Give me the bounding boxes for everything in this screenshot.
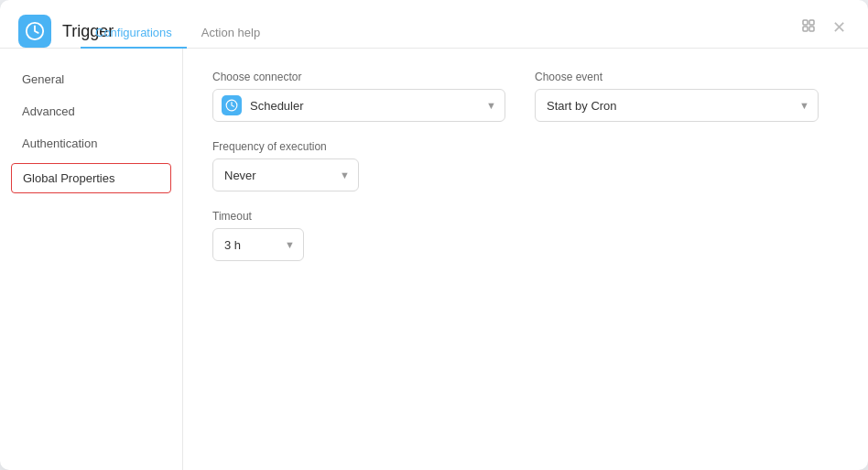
content-area: Choose connector Scheduler ▼: [183, 49, 868, 470]
form-group-event: Choose event Start by Cron ▼: [535, 71, 819, 122]
timeout-select-wrapper: 1 h 2 h 3 h 6 h 12 h ▼: [212, 228, 304, 261]
close-button[interactable]: ✕: [829, 16, 850, 38]
sidebar: General Advanced Authentication Global P…: [0, 49, 183, 470]
connector-select-wrapper: Scheduler ▼: [212, 89, 505, 122]
form-group-timeout: Timeout 1 h 2 h 3 h 6 h 12 h ▼: [212, 210, 304, 261]
tab-configurations[interactable]: Configurations: [81, 18, 187, 49]
timeout-select[interactable]: 1 h 2 h 3 h 6 h 12 h: [212, 228, 304, 261]
expand-button[interactable]: [797, 16, 819, 38]
svg-rect-3: [803, 27, 808, 31]
svg-rect-2: [809, 20, 814, 25]
sidebar-item-global-properties[interactable]: Global Properties: [11, 163, 171, 193]
event-select[interactable]: Start by Cron: [535, 89, 819, 122]
frequency-select[interactable]: Never Daily Weekly Monthly: [212, 158, 359, 191]
trigger-modal: Trigger ✕ Configurations Action help Gen…: [0, 0, 868, 470]
form-group-frequency: Frequency of execution Never Daily Weekl…: [212, 140, 359, 191]
timeout-label: Timeout: [212, 210, 304, 223]
connector-select[interactable]: Scheduler: [212, 89, 505, 122]
sidebar-item-advanced[interactable]: Advanced: [0, 95, 182, 127]
form-row-frequency: Frequency of execution Never Daily Weekl…: [212, 140, 839, 191]
svg-rect-4: [809, 27, 814, 31]
form-row-connector: Choose connector Scheduler ▼: [212, 71, 839, 122]
trigger-icon: [18, 15, 51, 48]
modal-body: General Advanced Authentication Global P…: [0, 49, 868, 470]
frequency-label: Frequency of execution: [212, 140, 359, 153]
sidebar-item-authentication[interactable]: Authentication: [0, 127, 182, 159]
choose-connector-label: Choose connector: [212, 71, 505, 83]
svg-rect-1: [803, 20, 808, 25]
modal-header: Trigger ✕ Configurations Action help: [0, 0, 868, 49]
choose-event-label: Choose event: [535, 71, 819, 83]
sidebar-item-general[interactable]: General: [0, 63, 182, 95]
tab-action-help[interactable]: Action help: [187, 18, 275, 49]
event-select-wrapper: Start by Cron ▼: [535, 89, 819, 122]
form-row-timeout: Timeout 1 h 2 h 3 h 6 h 12 h ▼: [212, 210, 839, 261]
modal-controls: ✕: [797, 16, 850, 38]
form-group-connector: Choose connector Scheduler ▼: [212, 71, 505, 122]
frequency-select-wrapper: Never Daily Weekly Monthly ▼: [212, 158, 359, 191]
